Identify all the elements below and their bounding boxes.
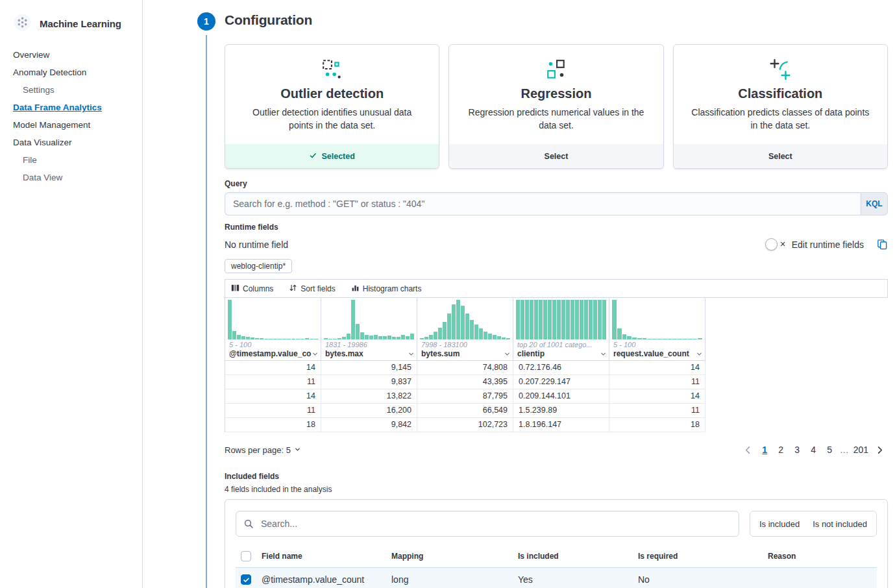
sidebar-item-data-view[interactable]: Data View	[0, 169, 142, 186]
is-not-included-filter-button[interactable]: Is not included	[806, 519, 874, 529]
grid-cell[interactable]: 9,837	[321, 375, 417, 389]
grid-column-header[interactable]: 5 - 100request.value_count	[609, 298, 705, 361]
query-input[interactable]	[225, 192, 861, 215]
fields-search-input[interactable]	[236, 511, 739, 537]
grid-cell[interactable]: 18	[609, 418, 705, 432]
classification-icon	[674, 58, 887, 82]
column-histogram-chart	[609, 298, 705, 339]
grid-cell[interactable]: 14	[225, 361, 321, 375]
histogram-bar	[333, 339, 337, 339]
pagination-page-button[interactable]: 4	[805, 441, 822, 458]
grid-cell[interactable]: 13,822	[321, 389, 417, 404]
grid-cell[interactable]: 14	[609, 389, 705, 404]
grid-cell[interactable]: 0.72.176.46	[513, 361, 609, 375]
sidebar-item-data-frame-analytics[interactable]: Data Frame Analytics	[0, 99, 142, 116]
histogram-bar	[584, 300, 588, 339]
grid-cell[interactable]: 14	[225, 389, 321, 404]
grid-cell[interactable]: 11	[609, 404, 705, 418]
grid-cell[interactable]: 9,842	[321, 418, 417, 432]
classification-card[interactable]: Classification Classification predicts c…	[673, 44, 888, 169]
pagination-next-button[interactable]	[872, 445, 888, 455]
grid-cell[interactable]: 1.8.196.147	[513, 418, 609, 432]
histogram-bar	[470, 320, 474, 340]
index-pattern-badge[interactable]: weblog-clientip*	[225, 259, 292, 273]
grid-cell[interactable]: 1.5.239.89	[513, 404, 609, 418]
chevron-down-icon[interactable]	[600, 350, 607, 358]
grid-cell[interactable]: 9,145	[321, 361, 417, 375]
grid-row: 189,842102,7231.8.196.14718	[225, 418, 705, 432]
pagination-page-button[interactable]: 2	[773, 441, 789, 458]
card-select-footer[interactable]: Select	[449, 144, 663, 168]
rows-per-page-button[interactable]: Rows per page: 5	[225, 445, 301, 455]
histogram-bar	[255, 338, 259, 339]
sidebar-item-file[interactable]: File	[0, 151, 142, 169]
histogram-bar	[342, 337, 346, 339]
histogram-bar	[657, 339, 662, 339]
kql-language-button[interactable]: KQL	[861, 192, 888, 215]
chevron-down-icon[interactable]	[696, 350, 703, 358]
card-selected-footer[interactable]: Selected	[225, 144, 439, 168]
column-name: bytes.max	[325, 349, 408, 358]
reason-header[interactable]: Reason	[763, 545, 877, 568]
chevron-down-icon	[294, 445, 301, 455]
grid-column-header[interactable]: top 20 of 1001 catego...clientip	[513, 298, 609, 361]
grid-cell[interactable]: 74,808	[417, 361, 513, 375]
edit-runtime-fields-label[interactable]: Edit runtime fields	[792, 239, 864, 250]
histogram-bar	[525, 300, 529, 339]
grid-column-header[interactable]: 1831 - 19986bytes.max	[321, 298, 417, 361]
mapping-header[interactable]: Mapping	[386, 545, 513, 568]
grid-column-header[interactable]: 7998 - 183100bytes.sum	[417, 298, 513, 361]
row-checkbox[interactable]	[241, 574, 251, 585]
grid-cell[interactable]: 66,549	[417, 404, 513, 418]
pagination-page-button[interactable]: 5	[822, 441, 838, 458]
grid-cell[interactable]: 0.207.229.147	[513, 375, 609, 389]
is-required-header[interactable]: Is required	[633, 545, 763, 568]
histogram-bar	[465, 313, 469, 339]
regression-card[interactable]: Regression Regression predicts numerical…	[448, 44, 663, 169]
histogram-bar	[310, 339, 313, 339]
histogram-charts-button[interactable]: Histogram charts	[351, 284, 422, 294]
grid-cell[interactable]: 16,200	[321, 404, 417, 418]
histogram-bar	[328, 339, 332, 339]
select-all-checkbox[interactable]	[241, 551, 251, 561]
histogram-bar	[456, 300, 460, 339]
sort-fields-button[interactable]: Sort fields	[289, 284, 335, 294]
card-select-footer[interactable]: Select	[674, 144, 887, 168]
chevron-down-icon[interactable]	[312, 350, 319, 358]
grid-cell[interactable]: 11	[609, 375, 705, 389]
sidebar-item-model-management[interactable]: Model Management	[0, 116, 142, 134]
edit-runtime-fields-toggle[interactable]: ✕	[765, 238, 786, 251]
column-name: request.value_count	[613, 349, 696, 358]
pagination-page-button[interactable]: 3	[789, 441, 805, 458]
card-description: Outlier detection identifies unusual dat…	[241, 106, 423, 132]
column-name-row: @timestamp.value_count	[225, 349, 321, 360]
sidebar-item-anomaly-detection[interactable]: Anomaly Detection	[0, 64, 142, 81]
grid-column-header[interactable]: 5 - 100@timestamp.value_count	[225, 298, 321, 361]
fields-table-header-row: Field name Mapping Is included Is requir…	[236, 545, 877, 568]
grid-cell[interactable]: 11	[225, 375, 321, 389]
pagination-page-button[interactable]: 1	[757, 441, 773, 458]
copy-icon[interactable]	[877, 239, 888, 250]
pagination-prev-button[interactable]	[740, 445, 756, 455]
grid-cell[interactable]: 0.209.144.101	[513, 389, 609, 404]
outlier-detection-card[interactable]: Outlier detection Outlier detection iden…	[225, 44, 439, 169]
is-included-header[interactable]: Is included	[513, 545, 633, 568]
sidebar-item-data-visualizer[interactable]: Data Visualizer	[0, 134, 142, 151]
histogram-bar	[672, 339, 677, 339]
sidebar-item-settings[interactable]: Settings	[0, 81, 142, 99]
histogram-bar	[632, 337, 637, 339]
chevron-down-icon[interactable]	[408, 350, 415, 358]
is-included-filter-button[interactable]: Is included	[753, 519, 806, 529]
columns-button[interactable]: Columns	[231, 284, 273, 294]
grid-cell[interactable]: 14	[609, 361, 705, 375]
grid-cell[interactable]: 87,795	[417, 389, 513, 404]
grid-cell[interactable]: 11	[225, 404, 321, 418]
grid-cell[interactable]: 18	[225, 418, 321, 432]
grid-cell[interactable]: 102,723	[417, 418, 513, 432]
grid-cell[interactable]: 43,395	[417, 375, 513, 389]
sidebar-item-overview[interactable]: Overview	[0, 46, 142, 64]
machine-learning-logo-icon	[14, 14, 31, 33]
pagination-page-button[interactable]: 201	[851, 441, 871, 458]
field-name-header[interactable]: Field name	[256, 545, 386, 568]
chevron-down-icon[interactable]	[504, 350, 511, 358]
